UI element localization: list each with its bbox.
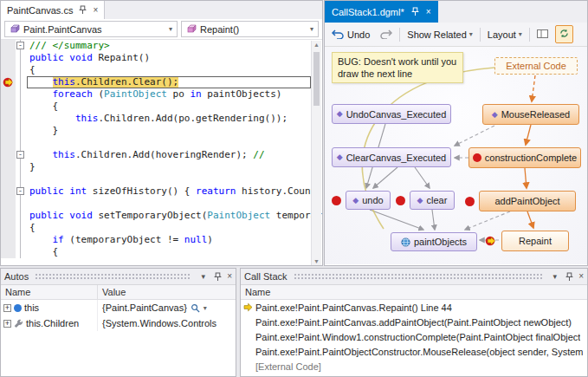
breakpoint-gutter[interactable] [1, 88, 16, 101]
fold-gutter [16, 173, 27, 185]
breakpoint-gutter[interactable] [1, 185, 16, 198]
breakpoint-gutter[interactable] [1, 246, 16, 258]
code-area[interactable]: -/// </summary>public void Repaint(){ th… [1, 40, 322, 265]
scrollbar-thumb[interactable] [313, 52, 320, 106]
column-header-name[interactable]: Name [241, 285, 587, 299]
fold-collapse-icon[interactable]: - [16, 187, 24, 195]
callstack-row[interactable]: Paint.exe!Paint.PaintObjectConstructor.M… [241, 344, 587, 359]
close-icon[interactable]: × [93, 6, 98, 15]
fold-gutter: - [16, 149, 27, 161]
autos-row[interactable]: +this.Children{System.Windows.Controls [1, 315, 236, 331]
expand-icon[interactable]: + [3, 320, 11, 328]
close-icon[interactable]: × [578, 272, 584, 281]
chevron-down-icon[interactable]: ▾ [204, 304, 207, 312]
graph-node-addpaintobject[interactable]: addPaintObject [479, 191, 576, 211]
undo-button[interactable]: Undo [329, 26, 372, 42]
tab-callstack-dgml[interactable]: CallStack1.dgml* × [325, 1, 438, 23]
expand-icon[interactable]: + [3, 304, 11, 312]
type-dropdown[interactable]: Paint.PaintCanvas ▾ [4, 21, 178, 37]
diamond-icon: ◆ [492, 111, 498, 119]
titlebar-grip[interactable] [294, 273, 544, 281]
layout-dropdown[interactable]: Layout ▾ [485, 28, 525, 42]
editor-scrollbar[interactable]: ▲ ▼ [311, 41, 321, 265]
breakpoint-gutter[interactable] [1, 101, 16, 113]
member-dropdown[interactable]: Repaint() ▾ [181, 21, 319, 37]
pin-icon[interactable] [564, 272, 575, 282]
breakpoint-gutter[interactable] [1, 173, 16, 185]
graph-node-mousereleased[interactable]: ◆MouseReleased [482, 104, 579, 125]
window-menu-icon[interactable]: ▾ [197, 272, 209, 281]
breakpoint-gutter[interactable] [1, 198, 16, 210]
breakpoint-icon[interactable] [465, 197, 475, 206]
code-line: -/// </summary> [1, 40, 311, 52]
diamond-icon: ◆ [417, 197, 423, 205]
panel-title: Call Stack [244, 271, 288, 282]
fold-collapse-icon[interactable]: - [16, 151, 24, 159]
titlebar-grip[interactable] [35, 273, 191, 281]
graph-node-undocanvas-executed[interactable]: ◆UndoCanvas_Executed [332, 104, 451, 124]
close-icon[interactable]: × [227, 272, 232, 281]
pin-icon[interactable] [77, 5, 88, 15]
show-related-dropdown[interactable]: Show Related ▾ [404, 28, 475, 42]
callstack-grid-header: Name [241, 285, 587, 300]
fold-collapse-icon[interactable]: - [16, 42, 24, 49]
close-icon[interactable]: × [426, 8, 431, 16]
pin-icon[interactable] [212, 272, 223, 282]
breakpoint-gutter[interactable] [1, 40, 16, 52]
chevron-down-icon: ▾ [469, 31, 473, 38]
breakpoint-icon[interactable] [396, 196, 405, 205]
fold-gutter [16, 76, 27, 88]
graph-canvas[interactable]: BUG: Doesn't work until you draw the nex… [325, 47, 587, 264]
column-header-value[interactable]: Value [98, 285, 236, 299]
code-line: public void setTemporaryObject(PaintObje… [1, 210, 311, 222]
callstack-row[interactable]: [External Code] [241, 359, 587, 374]
graph-node-undo[interactable]: ◆undo [346, 191, 391, 210]
breakpoint-gutter[interactable] [1, 113, 16, 125]
breakpoint-gutter[interactable] [1, 234, 16, 246]
object-icon [14, 304, 22, 312]
breakpoint-gutter[interactable] [1, 210, 16, 222]
magnifier-icon[interactable] [191, 303, 200, 313]
graph-node-external-code[interactable]: External Code [494, 57, 578, 75]
breakpoint-gutter[interactable] [1, 149, 16, 161]
breakpoint-gutter[interactable] [1, 161, 16, 173]
graph-node-clearcanvas-executed[interactable]: ◆ClearCanvas_Executed [332, 147, 451, 167]
document-tabstrip: PaintCanvas.cs × [1, 1, 322, 19]
autos-row[interactable]: +this{Paint.PaintCanvas}▾ [1, 300, 236, 315]
callstack-row[interactable]: Paint.exe!Paint.PaintCanvas.addPaintObje… [241, 315, 587, 329]
scroll-up-icon[interactable]: ▲ [312, 42, 321, 48]
graph-node-constructioncomplete[interactable]: constructionComplete [468, 147, 581, 168]
scroll-down-icon[interactable]: ▼ [312, 258, 321, 264]
window-menu-icon[interactable]: ▾ [549, 272, 560, 281]
tab-paintcanvas[interactable]: PaintCanvas.cs × [1, 1, 105, 19]
callstack-row[interactable]: Paint.exe!Paint.Window1.constructionComp… [241, 329, 587, 344]
breakpoint-gutter[interactable] [1, 52, 16, 64]
frame-text: Paint.exe!Paint.PaintCanvas.Repaint() Li… [255, 302, 452, 313]
sync-button[interactable] [555, 25, 573, 43]
breakpoint-gutter[interactable] [1, 137, 16, 149]
graph-note[interactable]: BUG: Doesn't work until you draw the nex… [332, 52, 463, 83]
split-pane-button[interactable] [534, 27, 551, 42]
breakpoint-icon[interactable] [332, 196, 341, 205]
code-line: foreach (PaintObject po in paintObjects) [1, 88, 311, 101]
fold-gutter [16, 222, 27, 234]
method-icon [186, 23, 197, 36]
graph-pane: CallStack1.dgml* × Undo Show Related ▾ L… [324, 0, 588, 266]
variable-value: {System.Windows.Controls [102, 318, 216, 328]
graph-node-paintobjects[interactable]: paintObjects [391, 232, 477, 251]
breakpoint-gutter[interactable] [1, 125, 16, 137]
graph-node-repaint[interactable]: Repaint [501, 231, 569, 251]
graph-tabstrip: CallStack1.dgml* × [325, 1, 587, 23]
breakpoint-gutter[interactable] [1, 64, 16, 76]
breakpoint-gutter[interactable] [1, 76, 16, 88]
graph-node-clear[interactable]: ◆clear [410, 191, 455, 210]
redo-button[interactable] [377, 26, 395, 42]
code-line [1, 198, 311, 210]
pin-icon[interactable] [410, 7, 421, 16]
breakpoint-gutter[interactable] [1, 222, 16, 234]
callstack-titlebar[interactable]: Call Stack ▾ × [241, 269, 587, 285]
autos-titlebar[interactable]: Autos ▾ × [1, 269, 236, 285]
callstack-row[interactable]: Paint.exe!Paint.PaintCanvas.Repaint() Li… [241, 300, 587, 315]
class-icon [10, 23, 20, 36]
column-header-name[interactable]: Name [1, 285, 98, 299]
